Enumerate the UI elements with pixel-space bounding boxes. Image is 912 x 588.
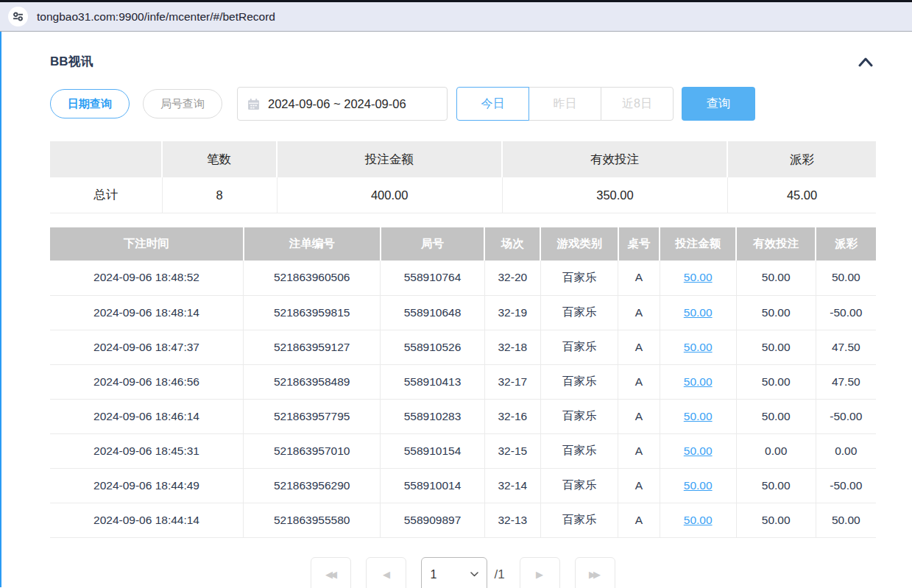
browser-url-bar[interactable]: tongbao31.com:9900/infe/mcenter/#/betRec… — [0, 2, 912, 32]
cell-bet-amount: 50.00 — [660, 468, 736, 503]
cell-round-no: 558910413 — [381, 364, 484, 399]
header-game-type: 游戏类别 — [540, 227, 618, 261]
quick-today-button[interactable]: 今日 — [456, 87, 529, 121]
cell-table-no: A — [618, 468, 660, 503]
summary-table: 笔数 投注金额 有效投注 派彩 总计 8 400.00 350.00 45.00 — [50, 141, 876, 213]
next-page-button[interactable]: ▶ — [520, 557, 560, 588]
cell-table-no: A — [618, 433, 660, 468]
cell-order-no: 521863958489 — [244, 364, 381, 399]
bet-amount-link[interactable]: 50.00 — [684, 341, 713, 353]
table-row: 2024-09-06 18:44:49 521863956290 5589100… — [50, 468, 876, 503]
cell-session: 32-20 — [484, 261, 540, 295]
panel-header: BB视讯 — [50, 32, 876, 71]
table-row: 2024-09-06 18:48:14 521863959815 5589106… — [50, 295, 876, 330]
date-query-tab[interactable]: 日期查询 — [50, 89, 130, 118]
table-row: 2024-09-06 18:46:56 521863958489 5589104… — [50, 364, 876, 399]
total-pages-label: /1 — [494, 567, 504, 582]
cell-payout: 50.00 — [816, 261, 876, 295]
cell-payout: -50.00 — [816, 295, 876, 330]
bet-table-body: 2024-09-06 18:48:52 521863960506 5589107… — [50, 261, 876, 537]
quick-date-group: 今日 昨日 近8日 — [456, 87, 674, 121]
cell-bet-time: 2024-09-06 18:46:56 — [50, 364, 244, 399]
bet-table-header-row: 下注时间 注单编号 局号 场次 游戏类别 桌号 投注金额 有效投注 派彩 — [50, 227, 876, 261]
date-range-input[interactable]: 2024-09-06 ~ 2024-09-06 — [237, 87, 448, 121]
summary-count-value: 8 — [163, 177, 278, 213]
header-order-no: 注单编号 — [244, 227, 381, 261]
calendar-icon — [247, 98, 260, 110]
cell-round-no: 558909897 — [381, 503, 484, 537]
summary-valid-bet-value: 350.00 — [503, 177, 728, 213]
pagination: ◀◀ ◀ 1 /1 ▶ ▶▶ — [50, 557, 876, 588]
site-settings-button[interactable] — [8, 7, 28, 26]
prev-page-icon: ◀ — [383, 569, 390, 580]
cell-session: 32-13 — [484, 503, 540, 537]
header-session: 场次 — [484, 227, 540, 261]
quick-yesterday-button[interactable]: 昨日 — [529, 87, 601, 121]
bet-amount-link[interactable]: 50.00 — [684, 514, 713, 526]
url-text: tongbao31.com:9900/infe/mcenter/#/betRec… — [37, 10, 275, 24]
cell-order-no: 521863955580 — [244, 503, 381, 537]
bet-amount-link[interactable]: 50.00 — [684, 306, 713, 319]
header-payout: 派彩 — [816, 227, 876, 261]
cell-valid-bet: 50.00 — [736, 503, 816, 537]
cell-bet-amount: 50.00 — [660, 330, 736, 364]
summary-total-row: 总计 8 400.00 350.00 45.00 — [50, 177, 876, 213]
bet-amount-link[interactable]: 50.00 — [684, 410, 713, 422]
summary-header-row: 笔数 投注金额 有效投注 派彩 — [50, 141, 876, 177]
header-table-no: 桌号 — [618, 227, 660, 261]
last-page-icon: ▶▶ — [589, 569, 601, 580]
search-button[interactable]: 查询 — [682, 87, 755, 121]
bet-record-page: BB视讯 日期查询 局号查询 2024-09-06 ~ 2024-09-06 今… — [0, 32, 912, 587]
table-row: 2024-09-06 18:47:37 521863959127 5589105… — [50, 330, 876, 364]
cell-bet-time: 2024-09-06 18:48:14 — [50, 295, 244, 330]
table-row: 2024-09-06 18:44:14 521863955580 5589098… — [50, 503, 876, 537]
cell-valid-bet: 50.00 — [736, 295, 816, 330]
page-title: BB视讯 — [50, 52, 93, 71]
cell-game-type: 百家乐 — [540, 364, 618, 399]
cell-valid-bet: 50.00 — [736, 261, 816, 295]
cell-game-type: 百家乐 — [540, 468, 618, 503]
collapse-panel-button[interactable] — [855, 55, 876, 68]
cell-payout: 50.00 — [816, 503, 876, 537]
next-page-icon: ▶ — [536, 569, 543, 580]
cell-bet-time: 2024-09-06 18:46:14 — [50, 399, 244, 433]
summary-header-bet-amount: 投注金额 — [278, 141, 503, 177]
bet-amount-link[interactable]: 50.00 — [684, 271, 713, 283]
date-range-value: 2024-09-06 ~ 2024-09-06 — [268, 97, 406, 111]
round-query-tab[interactable]: 局号查询 — [143, 89, 222, 118]
cell-order-no: 521863960506 — [244, 261, 381, 295]
bet-amount-link[interactable]: 50.00 — [684, 444, 713, 457]
first-page-button[interactable]: ◀◀ — [311, 557, 351, 588]
cell-table-no: A — [618, 399, 660, 433]
prev-page-button[interactable]: ◀ — [366, 557, 406, 588]
cell-payout: 0.00 — [816, 433, 876, 468]
bet-record-table: 下注时间 注单编号 局号 场次 游戏类别 桌号 投注金额 有效投注 派彩 202… — [50, 227, 876, 538]
bet-amount-link[interactable]: 50.00 — [684, 375, 713, 388]
bet-amount-link[interactable]: 50.00 — [684, 479, 713, 492]
cell-session: 32-18 — [484, 330, 540, 364]
cell-order-no: 521863956290 — [244, 468, 381, 503]
cell-round-no: 558910764 — [381, 261, 484, 295]
page-select[interactable]: 1 — [421, 557, 487, 588]
cell-bet-time: 2024-09-06 18:47:37 — [50, 330, 244, 364]
chevron-up-icon — [857, 57, 874, 67]
cell-bet-time: 2024-09-06 18:45:31 — [50, 433, 244, 468]
last-page-button[interactable]: ▶▶ — [575, 557, 615, 588]
cell-bet-amount: 50.00 — [660, 364, 736, 399]
filter-row: 日期查询 局号查询 2024-09-06 ~ 2024-09-06 今日 昨日 … — [50, 87, 876, 121]
cell-game-type: 百家乐 — [540, 330, 618, 364]
summary-total-label: 总计 — [50, 177, 163, 213]
cell-bet-amount: 50.00 — [660, 261, 736, 295]
bet-table-head: 下注时间 注单编号 局号 场次 游戏类别 桌号 投注金额 有效投注 派彩 — [50, 227, 876, 261]
quick-last8days-button[interactable]: 近8日 — [601, 87, 674, 121]
cell-round-no: 558910014 — [381, 468, 484, 503]
table-row: 2024-09-06 18:46:14 521863957795 5589102… — [50, 399, 876, 433]
cell-valid-bet: 50.00 — [736, 468, 816, 503]
cell-game-type: 百家乐 — [540, 261, 618, 295]
cell-payout: -50.00 — [816, 468, 876, 503]
cell-round-no: 558910283 — [381, 399, 484, 433]
cell-bet-time: 2024-09-06 18:44:14 — [50, 503, 244, 537]
cell-session: 32-17 — [484, 364, 540, 399]
summary-header-payout: 派彩 — [728, 141, 876, 177]
cell-bet-amount: 50.00 — [660, 295, 736, 330]
